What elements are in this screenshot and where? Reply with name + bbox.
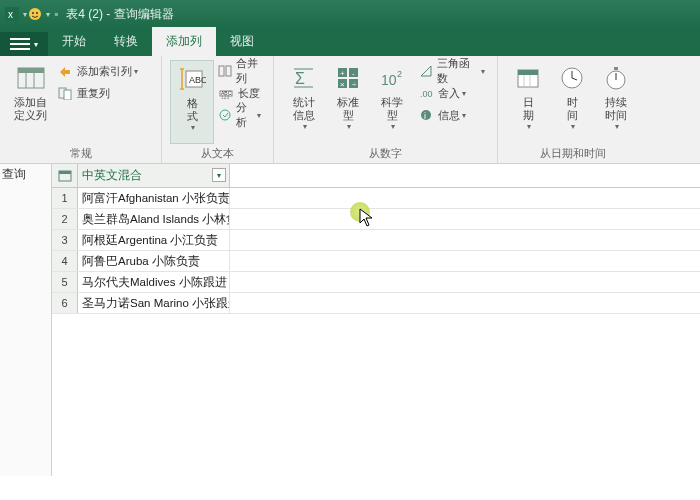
round-icon: .00	[418, 85, 434, 101]
tab-view[interactable]: 视图	[216, 27, 268, 56]
svg-text:123: 123	[221, 94, 230, 100]
qat-dropdown-icon-2[interactable]: ▾	[46, 10, 50, 19]
info-icon: i	[418, 107, 434, 123]
row-number[interactable]: 1	[52, 188, 78, 208]
group-label-datetime: 从日期和时间	[506, 144, 640, 161]
emoji-icon	[27, 6, 43, 22]
title-bar: x ▾ ▾ ▪ 表4 (2) - 查询编辑器	[0, 0, 700, 28]
cell[interactable]: 奥兰群岛Aland Islands 小林负	[78, 209, 230, 229]
svg-point-4	[36, 12, 38, 14]
svg-text:÷: ÷	[352, 80, 357, 89]
file-menu-icon	[10, 38, 30, 50]
index-icon	[57, 63, 73, 79]
svg-rect-16	[219, 66, 224, 76]
sigma-icon: Σ	[288, 62, 320, 94]
table-corner[interactable]	[52, 164, 78, 187]
svg-text:Σ: Σ	[295, 70, 305, 87]
table-icon	[58, 169, 72, 183]
table-icon	[15, 62, 47, 94]
row-number[interactable]: 4	[52, 251, 78, 271]
column-header[interactable]: 中英文混合 ▾	[78, 164, 230, 187]
group-label-text: 从文本	[170, 144, 265, 161]
format-button[interactable]: ABC 格 式 ▾	[170, 60, 214, 144]
svg-point-3	[32, 12, 34, 14]
svg-rect-6	[10, 43, 30, 45]
svg-rect-17	[226, 66, 231, 76]
parse-icon	[218, 107, 232, 123]
statistics-button[interactable]: Σ 统计 信息▾	[282, 60, 326, 144]
standard-icon: +-×÷	[332, 62, 364, 94]
duration-button[interactable]: 持续 时间▾	[594, 60, 638, 144]
scientific-icon: 102	[376, 62, 408, 94]
calendar-icon	[512, 62, 544, 94]
svg-text:2: 2	[397, 69, 402, 79]
row-number[interactable]: 2	[52, 209, 78, 229]
svg-rect-46	[614, 67, 618, 70]
svg-text:.00: .00	[420, 89, 433, 99]
row-number[interactable]: 6	[52, 293, 78, 313]
svg-point-36	[421, 110, 431, 120]
time-button[interactable]: 时 间▾	[550, 60, 594, 144]
duplicate-icon	[57, 85, 73, 101]
cell[interactable]: 阿富汗Afghanistan 小张负责	[78, 188, 230, 208]
table-row[interactable]: 2奥兰群岛Aland Islands 小林负	[52, 209, 700, 230]
svg-text:ABC: ABC	[189, 75, 206, 85]
stopwatch-icon	[600, 62, 632, 94]
svg-text:-: -	[352, 69, 355, 78]
row-number[interactable]: 5	[52, 272, 78, 292]
cell[interactable]: 马尔代夫Maldives 小陈跟进	[78, 272, 230, 292]
add-index-column-button[interactable]: 添加索引列▾	[53, 60, 142, 82]
svg-text:x: x	[8, 9, 13, 20]
data-grid[interactable]: 中英文混合 ▾ 1阿富汗Afghanistan 小张负责2奥兰群岛Aland I…	[52, 164, 700, 476]
svg-rect-39	[518, 70, 538, 75]
cell[interactable]: 阿根廷Argentina 小江负责	[78, 230, 230, 250]
trig-icon	[418, 63, 433, 79]
svg-rect-7	[10, 48, 30, 50]
excel-icon: x	[4, 6, 20, 22]
format-icon: ABC	[176, 63, 208, 95]
duplicate-column-button[interactable]: 重复列	[53, 82, 142, 104]
standard-button[interactable]: +-×÷ 标准 型▾	[326, 60, 370, 144]
table-row[interactable]: 4阿鲁巴Aruba 小陈负责	[52, 251, 700, 272]
length-icon: ABC123	[218, 85, 234, 101]
table-row[interactable]: 1阿富汗Afghanistan 小张负责	[52, 188, 700, 209]
table-row[interactable]: 6圣马力诺San Marino 小张跟进	[52, 293, 700, 314]
tab-transform[interactable]: 转换	[100, 27, 152, 56]
tab-add-column[interactable]: 添加列	[152, 27, 216, 56]
merge-icon	[218, 63, 232, 79]
clock-icon	[556, 62, 588, 94]
svg-rect-49	[59, 171, 71, 174]
svg-rect-9	[18, 68, 44, 73]
trig-button[interactable]: 三角函数▾	[414, 60, 489, 82]
svg-text:×: ×	[340, 80, 345, 89]
cell[interactable]: 阿鲁巴Aruba 小陈负责	[78, 251, 230, 271]
file-menu-button[interactable]: ▾	[0, 32, 48, 56]
svg-rect-13	[64, 90, 71, 100]
filter-dropdown-icon[interactable]: ▾	[212, 168, 226, 182]
svg-rect-5	[10, 38, 30, 40]
merge-columns-button[interactable]: 合并列	[214, 60, 265, 82]
ribbon: 添加自 定义列 添加索引列▾ 重复列 常规 ABC 格 式	[0, 56, 700, 164]
svg-point-2	[29, 8, 41, 20]
svg-point-21	[220, 110, 230, 120]
group-label-number: 从数字	[282, 144, 489, 161]
queries-pane[interactable]: 查询	[0, 164, 52, 476]
cell[interactable]: 圣马力诺San Marino 小张跟进	[78, 293, 230, 313]
svg-text:10: 10	[381, 72, 397, 88]
window-title: 表4 (2) - 查询编辑器	[66, 6, 173, 23]
table-row[interactable]: 3阿根廷Argentina 小江负责	[52, 230, 700, 251]
add-custom-column-button[interactable]: 添加自 定义列	[8, 60, 53, 144]
svg-text:i: i	[424, 111, 426, 121]
svg-text:+: +	[340, 69, 345, 78]
content-area: 查询 中英文混合 ▾ 1阿富汗Afghanistan 小张负责2奥兰群岛Alan…	[0, 164, 700, 476]
tab-home[interactable]: 开始	[48, 27, 100, 56]
scientific-button[interactable]: 102 科学 型▾	[370, 60, 414, 144]
ribbon-tabs: ▾ 开始 转换 添加列 视图	[0, 28, 700, 56]
group-label-general: 常规	[8, 144, 153, 161]
date-button[interactable]: 日 期▾	[506, 60, 550, 144]
row-number[interactable]: 3	[52, 230, 78, 250]
info-button[interactable]: i 信息▾	[414, 104, 489, 126]
table-row[interactable]: 5马尔代夫Maldives 小陈跟进	[52, 272, 700, 293]
parse-button[interactable]: 分析▾	[214, 104, 265, 126]
